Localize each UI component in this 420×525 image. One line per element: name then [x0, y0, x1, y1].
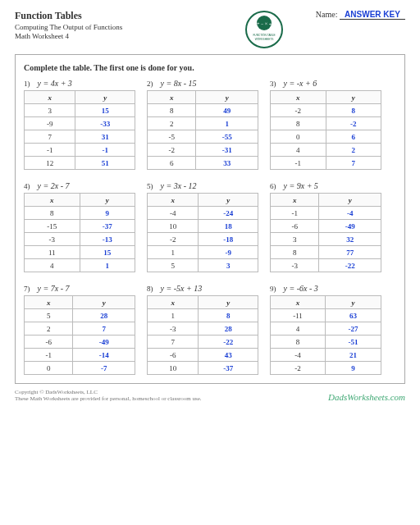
y-value: -22 — [199, 336, 258, 349]
instruction: Complete the table. The first one is don… — [24, 63, 396, 72]
table-row: 332 — [271, 233, 381, 246]
problem: 3) y = -x + 6xy-288-20642-17 — [270, 79, 381, 170]
problem: 1) y = 4x + 3xy315-9-33731-1-11251 — [24, 79, 135, 170]
problem-number: 8) — [147, 285, 158, 293]
y-value: -49 — [73, 336, 135, 349]
equation: y = 2x - 7 — [35, 181, 69, 190]
col-y: y — [75, 91, 135, 104]
table-row: 877 — [271, 246, 381, 259]
problem-number: 1) — [24, 80, 35, 88]
function-table: xy84921-5-55-2-31633 — [147, 90, 258, 170]
y-value: -13 — [80, 233, 135, 246]
x-value: 10 — [148, 220, 199, 233]
x-value: -15 — [25, 220, 80, 233]
y-value: -24 — [199, 207, 258, 220]
y-value: 2 — [326, 144, 381, 157]
col-x: x — [25, 194, 80, 207]
x-value: -9 — [25, 117, 75, 130]
x-value: -5 — [148, 130, 196, 144]
table-row: 21 — [148, 117, 258, 130]
content-box: Complete the table. The first one is don… — [15, 54, 405, 384]
x-value: -1 — [25, 144, 75, 157]
table-row: 42 — [271, 144, 381, 157]
y-value: 63 — [325, 309, 381, 322]
table-row: -4-24 — [148, 207, 258, 220]
table-row: -328 — [148, 322, 258, 336]
y-value: -51 — [325, 336, 381, 349]
x-value: 8 — [148, 104, 196, 117]
y-value: -55 — [196, 130, 258, 144]
y-value: 33 — [196, 157, 258, 170]
x-value: -3 — [25, 233, 80, 246]
table-row: 8-51 — [271, 336, 381, 349]
x-value: 2 — [25, 322, 73, 336]
function-table: xy52827-6-49-1-140-7 — [24, 295, 135, 375]
problem: 9) y = -6x - 3xy-11634-278-51-421-29 — [270, 284, 381, 375]
equation: y = -6x - 3 — [281, 284, 318, 293]
subtitle: Computing The Output of Functions — [15, 23, 238, 31]
col-y: y — [326, 91, 381, 104]
table-row: 7-22 — [148, 336, 258, 349]
col-x: x — [271, 194, 319, 207]
problem-number: 9) — [270, 285, 281, 293]
equation: y = 8x - 15 — [158, 79, 196, 88]
badge-icon: + − × ÷FUNCTION TABLEWORKSHEETS — [244, 10, 284, 49]
table-row: 27 — [25, 322, 135, 336]
col-y: y — [80, 194, 135, 207]
svg-text:WORKSHEETS: WORKSHEETS — [255, 38, 274, 41]
y-value: 43 — [199, 349, 258, 362]
x-value: 3 — [25, 104, 75, 117]
problem: 4) y = 2x - 7xy89-15-37-3-13111541 — [24, 181, 135, 272]
x-value: 0 — [271, 130, 326, 144]
x-value: 3 — [271, 233, 319, 246]
col-x: x — [148, 296, 199, 309]
x-value: -2 — [271, 104, 326, 117]
y-value: 1 — [80, 259, 135, 272]
x-value: 8 — [271, 117, 326, 130]
x-value: -3 — [271, 259, 319, 272]
table-row: -1-4 — [271, 207, 381, 220]
table-row: 1251 — [25, 157, 135, 170]
x-value: 1 — [148, 309, 199, 322]
y-value: 6 — [326, 130, 381, 144]
x-value: 6 — [148, 157, 196, 170]
x-value: 4 — [271, 322, 326, 336]
x-value: -3 — [148, 322, 199, 336]
table-row: 8-2 — [271, 117, 381, 130]
equation: y = 4x + 3 — [35, 79, 72, 88]
y-value: 31 — [75, 130, 135, 144]
x-value: -2 — [148, 233, 199, 246]
problem: 7) y = 7x - 7xy52827-6-49-1-140-7 — [24, 284, 135, 375]
table-row: -2-31 — [148, 144, 258, 157]
problem-number: 2) — [147, 80, 158, 88]
function-table: xy-11634-278-51-421-29 — [270, 295, 381, 375]
table-row: -6-49 — [271, 220, 381, 233]
problem-number: 7) — [24, 285, 35, 293]
x-value: 5 — [25, 309, 73, 322]
y-value: -1 — [75, 144, 135, 157]
y-value: 9 — [325, 362, 381, 375]
y-value: -31 — [196, 144, 258, 157]
x-value: 5 — [148, 259, 199, 272]
table-row: -1-14 — [25, 349, 135, 362]
x-value: 12 — [25, 157, 75, 170]
equation: y = 7x - 7 — [35, 284, 69, 293]
x-value: -11 — [271, 309, 326, 322]
y-value: -33 — [75, 117, 135, 130]
problem: 8) y = -5x + 13xy18-3287-22-64310-37 — [147, 284, 258, 375]
x-value: 11 — [25, 246, 80, 259]
table-row: -3-22 — [271, 259, 381, 272]
y-value: -4 — [319, 207, 381, 220]
table-row: -643 — [148, 349, 258, 362]
table-row: -28 — [271, 104, 381, 117]
table-row: 1-9 — [148, 246, 258, 259]
table-row: 1115 — [25, 246, 135, 259]
y-value: 28 — [73, 309, 135, 322]
y-value: -9 — [199, 246, 258, 259]
x-value: 8 — [271, 246, 319, 259]
y-value: 7 — [73, 322, 135, 336]
y-value: 15 — [75, 104, 135, 117]
table-row: -1-1 — [25, 144, 135, 157]
svg-text:FUNCTION TABLE: FUNCTION TABLE — [253, 34, 275, 37]
svg-text:+ − × ÷: + − × ÷ — [257, 21, 272, 26]
